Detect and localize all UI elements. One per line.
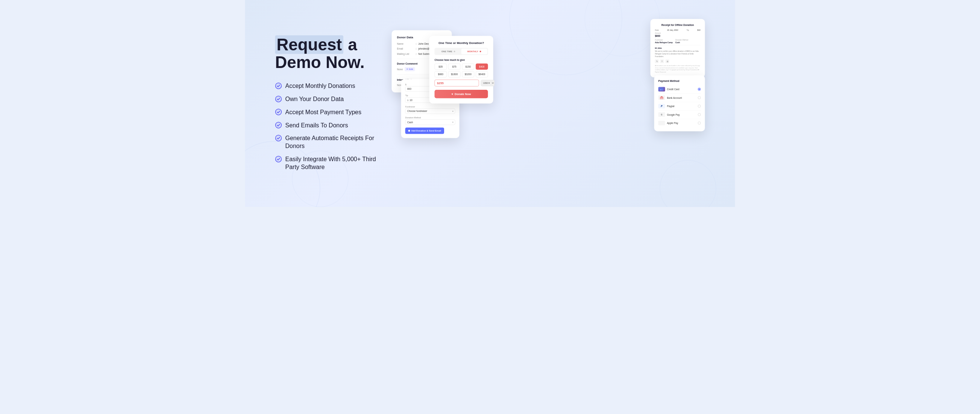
method-label: Donation Method [406, 116, 455, 119]
mailing-colon: : [416, 52, 417, 56]
email-label: Email [397, 48, 414, 50]
feature-item-4: Send Emails To Donors [275, 121, 377, 129]
amount-subtitle: Choose how much to give [435, 59, 488, 62]
name-label: Name [397, 43, 414, 46]
receipt-date-value: 22 July, 2022 [667, 29, 678, 31]
amount-6400[interactable]: $6400 [476, 71, 488, 78]
paypal-icon: P [659, 104, 665, 109]
amount-1600[interactable]: $1600 [448, 71, 461, 78]
credit-card-radio[interactable] [698, 88, 701, 91]
receipt-date-label: Date [655, 29, 659, 31]
one-time-tab[interactable]: ONE TIME [436, 49, 461, 54]
donation-method-col: Donation Method Cash [675, 39, 688, 44]
credit-card-label: Credit Card [667, 88, 696, 91]
feature-text-4: Send Emails To Donors [285, 121, 348, 129]
google-pay-label: Google Pay [667, 113, 696, 116]
monthly-dot [479, 51, 481, 52]
fundraiser-select[interactable]: Choose fundraiser ▾ [406, 109, 455, 114]
left-content: Request a Demo Now. Accept Monthly Donat… [275, 36, 392, 171]
check-icon-3 [275, 109, 282, 115]
receipt-body-text: We are to confirm your offline donation … [655, 50, 701, 58]
check-icon-5 [275, 135, 282, 142]
bank-radio[interactable] [698, 96, 701, 99]
name-colon: : [416, 43, 417, 46]
receipt-amount: $800 [655, 35, 701, 38]
instagram-icon[interactable]: ◎ [666, 59, 670, 63]
receipt-greeting: Hi John [655, 47, 701, 49]
comment-edit-button[interactable]: ✏ Edit [405, 67, 415, 71]
donation-type-title: One Time or Monthly Donation? [435, 41, 488, 45]
receipt-card: Receipt for Offline Donation Date 22 Jul… [651, 19, 705, 78]
receipt-date-row: Date 22 July, 2022 Tip $10 [655, 29, 701, 31]
receipt-footer-text: All donations are tax-deductible to the … [655, 65, 701, 73]
payment-option-paypal[interactable]: P Paypal [659, 102, 701, 111]
receipt-tip-label: Tip [686, 29, 689, 31]
donate-now-button[interactable]: ♥ Donate Now [435, 90, 488, 98]
email-colon: : [416, 48, 417, 50]
payment-option-bank[interactable]: Bank Account [659, 94, 701, 102]
receipt-body-section: Hi John We are to confirm your offline d… [655, 46, 701, 73]
svg-rect-14 [660, 90, 662, 90]
amount-3200[interactable]: $3200 [462, 71, 474, 78]
svg-rect-18 [662, 98, 662, 99]
check-icon-1 [275, 82, 282, 89]
add-donation-button[interactable]: Add Donation & Send Email [406, 128, 444, 134]
name-value: John Deo [418, 43, 429, 46]
svg-marker-20 [660, 96, 663, 97]
tip-value: 10 [409, 99, 412, 102]
payment-method-title: Payment Method [659, 79, 701, 82]
amount-75[interactable]: $75 [448, 63, 461, 70]
feature-item-5: Generate Automatic Receipts For Donors [275, 135, 377, 150]
currency-select[interactable]: USD ▾ [481, 80, 495, 86]
monthly-label: MONTHLY [468, 50, 478, 53]
apple-pay-radio[interactable] [698, 122, 701, 125]
amount-grid-row2: $800 $1600 $3200 $6400 [435, 71, 488, 78]
donate-now-label: Donate Now [455, 92, 471, 96]
feature-text-3: Accept Most Payment Types [285, 108, 361, 116]
tip-prefix: $ [407, 99, 408, 102]
amount-400[interactable]: $400 [476, 63, 488, 70]
apple-pay-icon [659, 121, 665, 125]
twitter-icon[interactable]: 𝕏 [655, 59, 659, 63]
hero-title: Request a Demo Now. [275, 36, 377, 71]
donation-method-field: Donation Method Cash ▾ [406, 116, 455, 125]
feature-item-3: Accept Most Payment Types [275, 108, 377, 116]
paypal-radio[interactable] [698, 105, 701, 108]
svg-rect-12 [660, 88, 664, 90]
monthly-tab[interactable]: MONTHLY [461, 49, 487, 54]
payment-option-apple-pay[interactable]: Apple Pay [659, 119, 701, 127]
one-time-label: ONE TIME [441, 50, 452, 53]
facebook-icon[interactable]: f [660, 59, 664, 63]
svg-rect-17 [661, 98, 662, 99]
receipt-tip-value: $10 [697, 29, 700, 31]
method-chevron-icon: ▾ [452, 121, 453, 124]
payment-option-credit-card[interactable]: Credit Card [659, 85, 701, 94]
donation-toggle-tabs: ONE TIME MONTHLY [435, 48, 488, 55]
feature-text-2: Own Your Donor Data [285, 95, 344, 103]
hero-title-highlight: Request [275, 35, 344, 54]
features-list: Accept Monthly Donations Own Your Donor … [275, 82, 377, 171]
payment-option-google-pay[interactable]: G Google Pay [659, 111, 701, 119]
one-time-dot [453, 51, 455, 52]
paypal-label: Paypal [667, 105, 696, 108]
add-btn-label: Add Donation & Send Email [411, 130, 441, 132]
radio-inner [699, 89, 700, 90]
custom-amount-input[interactable] [435, 79, 479, 86]
page-wrapper: Request a Demo Now. Accept Monthly Donat… [245, 0, 735, 207]
amount-800[interactable]: $800 [435, 71, 447, 78]
amount-35[interactable]: $35 [435, 63, 447, 70]
fundraiser-label-receipt: Fundraiser [655, 39, 673, 41]
donation-method-value-receipt: Cash [675, 41, 688, 44]
google-pay-radio[interactable] [698, 113, 701, 116]
amount-150[interactable]: $150 [462, 63, 474, 70]
svg-rect-13 [660, 89, 664, 89]
fundraiser-field: Fundraiser Choose fundraiser ▾ [406, 106, 455, 114]
check-icon-4 [275, 122, 282, 128]
heart-icon: ♥ [452, 92, 453, 96]
svg-rect-19 [663, 98, 663, 99]
method-select[interactable]: Cash ▾ [406, 119, 455, 125]
fundraiser-chevron-icon: ▾ [452, 110, 453, 112]
credit-card-icon [659, 87, 665, 92]
google-pay-icon: G [659, 112, 665, 117]
svg-rect-16 [660, 98, 661, 99]
